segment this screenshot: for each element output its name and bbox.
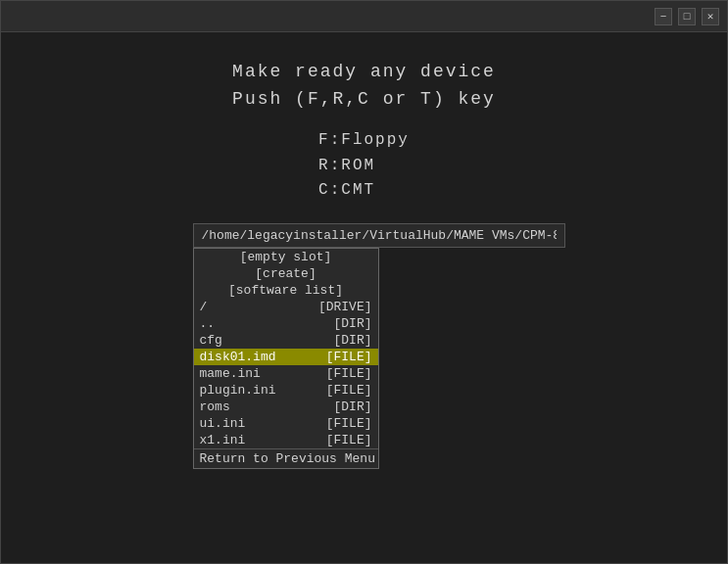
file-browser-row[interactable]: [software list]: [194, 282, 378, 299]
filename: /: [200, 300, 318, 314]
maximize-button[interactable]: □: [678, 8, 696, 25]
line1-text: Make ready any device: [232, 62, 496, 81]
file-browser-row[interactable]: ..[DIR]: [194, 315, 378, 332]
key-rom: R:ROM: [318, 154, 410, 179]
file-browser-row[interactable]: mame.ini[FILE]: [194, 365, 378, 382]
line2-text: Push (F,R,C or T) key: [232, 89, 496, 109]
filename: disk01.imd: [200, 350, 326, 364]
close-button[interactable]: ✕: [702, 8, 719, 25]
filetype: [DRIVE]: [318, 300, 372, 314]
filename: cfg: [200, 333, 334, 348]
title-bar: − □ ✕: [1, 1, 727, 32]
filetype: [FILE]: [326, 416, 372, 431]
file-browser-row[interactable]: x1.ini[FILE]: [194, 432, 378, 448]
file-browser-row[interactable]: [create]: [194, 265, 378, 282]
filetype: [FILE]: [326, 383, 372, 398]
file-browser-row[interactable]: /[DRIVE]: [194, 299, 378, 315]
minimize-button[interactable]: −: [655, 8, 672, 25]
filetype: [FILE]: [326, 433, 372, 447]
file-browser-row[interactable]: roms[DIR]: [194, 399, 378, 415]
filetype: [FILE]: [326, 366, 372, 381]
filename: x1.ini: [200, 433, 326, 447]
filetype: [FILE]: [326, 350, 372, 364]
file-browser-row[interactable]: ui.ini[FILE]: [194, 415, 378, 432]
key-cmt: C:CMT: [318, 178, 410, 204]
filename: ui.ini: [200, 416, 326, 431]
path-input[interactable]: [193, 223, 565, 248]
filename: mame.ini: [200, 366, 326, 381]
file-browser: [empty slot][create][software list]/[DRI…: [193, 248, 379, 469]
path-and-browser: [empty slot][create][software list]/[DRI…: [193, 223, 565, 469]
file-browser-row[interactable]: [empty slot]: [194, 249, 378, 265]
main-content: Make ready any device Push (F,R,C or T) …: [1, 32, 727, 563]
filetype: [DIR]: [333, 316, 371, 331]
filetype: [DIR]: [333, 333, 371, 348]
file-browser-row[interactable]: plugin.ini[FILE]: [194, 382, 378, 399]
main-window: − □ ✕ Make ready any device Push (F,R,C …: [0, 0, 728, 564]
filetype: [DIR]: [333, 400, 371, 414]
return-to-previous-menu[interactable]: Return to Previous Menu: [194, 448, 378, 468]
key-floppy: F:Floppy: [318, 128, 410, 154]
filename: plugin.ini: [200, 383, 326, 398]
browser-container: [empty slot][create][software list]/[DRI…: [193, 223, 565, 469]
file-browser-row[interactable]: disk01.imd[FILE]: [194, 349, 378, 365]
filename: roms: [200, 400, 334, 414]
key-list: F:Floppy R:ROM C:CMT: [318, 128, 410, 204]
file-browser-row[interactable]: cfg[DIR]: [194, 332, 378, 349]
filename: ..: [200, 316, 334, 331]
